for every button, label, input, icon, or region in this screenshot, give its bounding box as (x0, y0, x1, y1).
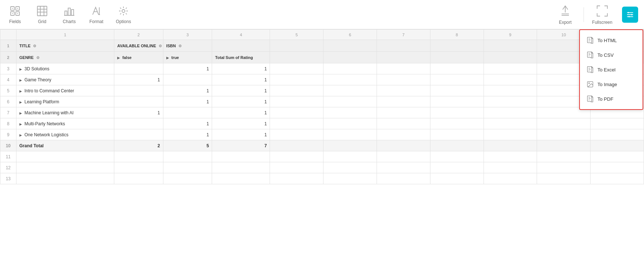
export-to-csv[interactable]: To CSV (580, 48, 643, 62)
row-num-5: 5 (0, 85, 16, 96)
svg-point-29 (628, 16, 630, 17)
table-row: 5 ▶Intro to Command Center 1 1 (0, 85, 644, 96)
expand-arrow[interactable]: ▶ (19, 100, 23, 104)
row-num-1: 1 (0, 40, 16, 52)
export-to-pdf[interactable]: To PDF (580, 92, 643, 106)
cell-total-11 (591, 140, 644, 151)
cell-3-4: 1 (212, 63, 270, 74)
cell-9-1: ▶One Network Logistics (16, 129, 114, 140)
header2-col5 (270, 52, 323, 63)
cell-3-9 (484, 63, 537, 74)
title-settings-icon[interactable]: ⚙ (33, 44, 36, 48)
settings-button[interactable] (622, 7, 638, 23)
svg-rect-13 (65, 11, 67, 15)
toolbar-item-charts[interactable]: Charts (60, 5, 78, 24)
empty-13-8 (430, 173, 484, 184)
header-false: ▶false (114, 52, 163, 63)
expand-arrow[interactable]: ▶ (19, 111, 23, 115)
row-num-2: 2 (0, 52, 16, 63)
cell-8-9 (484, 118, 537, 129)
cell-4-7 (377, 74, 430, 85)
export-to-excel[interactable]: To Excel (580, 62, 643, 77)
expand-arrow[interactable]: ▶ (19, 89, 23, 93)
cell-total-5 (270, 140, 323, 151)
empty-12-1 (16, 162, 114, 173)
table-row: 8 ▶Multi-Party Networks 1 1 (0, 118, 644, 129)
empty-13-2 (114, 173, 163, 184)
header2-col6 (323, 52, 377, 63)
toolbar-export-label: Export (559, 20, 572, 25)
cell-6-3: 1 (163, 96, 212, 107)
header-col5 (270, 40, 323, 52)
export-to-image[interactable]: To Image (580, 77, 643, 92)
expand-arrow[interactable]: ▶ (19, 67, 23, 71)
cell-8-6 (323, 118, 377, 129)
row-num-4: 4 (0, 74, 16, 85)
toolbar-item-fullscreen[interactable]: Fullscreen (591, 4, 613, 25)
empty-12-6 (323, 162, 377, 173)
table-row: 9 ▶One Network Logistics 1 1 (0, 129, 644, 140)
cell-8-11 (591, 118, 644, 129)
true-expand-arrow[interactable]: ▶ (166, 56, 170, 60)
row-num-8: 8 (0, 118, 16, 129)
cell-8-2 (114, 118, 163, 129)
cell-5-7 (377, 85, 430, 96)
table-row: 6 ▶Learning Platform 1 1 (0, 96, 644, 107)
row-num-11: 11 (0, 151, 16, 162)
toolbar-item-fields[interactable]: Fields (6, 5, 24, 24)
col-num-1: 1 (16, 30, 114, 40)
cell-5-9 (484, 85, 537, 96)
table-row: 4 ▶Game Theory 1 1 (0, 74, 644, 85)
toolbar-fields-label: Fields (9, 19, 21, 24)
expand-arrow[interactable]: ▶ (19, 78, 23, 82)
empty-13-4 (212, 173, 270, 184)
toolbar-item-format[interactable]: Format (87, 5, 106, 24)
header-available-online: AVAILABLE ONLINE ⚙ (114, 40, 163, 52)
genre-settings-icon[interactable]: ⚙ (36, 56, 40, 60)
cell-6-1: ▶Learning Platform (16, 96, 114, 107)
cell-7-2: 1 (114, 107, 163, 118)
cell-4-5 (270, 74, 323, 85)
empty-11-2 (114, 151, 163, 162)
expand-arrow[interactable]: ▶ (19, 122, 23, 126)
pdf-icon (586, 95, 594, 103)
empty-12-11 (591, 162, 644, 173)
isbn-settings-icon[interactable]: ⚙ (178, 44, 182, 48)
false-expand-arrow[interactable]: ▶ (117, 56, 121, 60)
col-num-9: 9 (484, 30, 537, 40)
export-html-label: To HTML (597, 38, 617, 43)
cell-total-6 (323, 140, 377, 151)
toolbar-item-export[interactable]: Export (554, 4, 576, 25)
toolbar-options-label: Options (116, 19, 131, 24)
cell-5-2 (114, 85, 163, 96)
header-col4-empty (212, 40, 270, 52)
cell-6-8 (430, 96, 484, 107)
table-row: 3 ▶3D Solutions 1 1 (0, 63, 644, 74)
export-excel-label: To Excel (597, 67, 615, 73)
empty-11-8 (430, 151, 484, 162)
header2-col8 (430, 52, 484, 63)
cell-7-8 (430, 107, 484, 118)
row-num-3: 3 (0, 63, 16, 74)
cell-7-5 (270, 107, 323, 118)
col-num-2: 2 (114, 30, 163, 40)
svg-rect-8 (37, 6, 47, 16)
available-online-settings-icon[interactable]: ⚙ (159, 44, 162, 48)
cell-6-4: 1 (212, 96, 270, 107)
empty-13-11 (591, 173, 644, 184)
export-image-label: To Image (597, 82, 617, 87)
empty-11-11 (591, 151, 644, 162)
cell-8-7 (377, 118, 430, 129)
cell-4-8 (430, 74, 484, 85)
header-isbn: ISBN ⚙ (163, 40, 212, 52)
empty-11-7 (377, 151, 430, 162)
svg-point-28 (631, 14, 633, 15)
empty-row: 11 (0, 151, 644, 162)
toolbar-item-grid[interactable]: Grid (33, 5, 51, 24)
expand-arrow[interactable]: ▶ (19, 133, 23, 137)
toolbar-item-options[interactable]: Options (114, 5, 133, 24)
cell-3-5 (270, 63, 323, 74)
export-to-html[interactable]: To HTML (580, 33, 643, 48)
total-row: 10 Grand Total 2 5 7 (0, 140, 644, 151)
empty-13-1 (16, 173, 114, 184)
